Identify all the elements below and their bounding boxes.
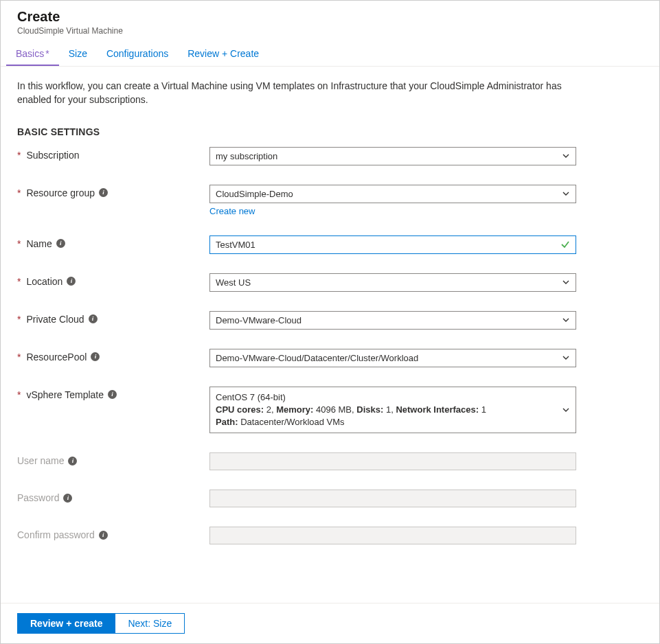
tab-label: Basics (16, 48, 44, 59)
resource-pool-label: * ResourcePool (17, 349, 209, 363)
name-input[interactable]: TestVM01 (209, 235, 576, 254)
resource-group-label: * Resource group (17, 185, 209, 198)
resource-group-select[interactable]: CloudSimple-Demo (209, 185, 576, 203)
tab-review-create[interactable]: Review + Create (178, 41, 269, 66)
chevron-down-icon (562, 278, 570, 286)
info-icon[interactable] (63, 494, 72, 503)
info-icon[interactable] (99, 531, 108, 540)
select-value: West US (216, 277, 251, 288)
tabs: Basics* Size Configurations Review + Cre… (1, 41, 659, 67)
info-icon[interactable] (89, 314, 98, 323)
check-icon (560, 240, 570, 249)
select-value: Demo-VMware-Cloud (216, 315, 301, 325)
required-mark: * (17, 187, 21, 198)
tab-configurations[interactable]: Configurations (97, 41, 178, 66)
page-header: Create CloudSimple Virtual Machine (1, 1, 659, 41)
info-icon[interactable] (108, 390, 117, 399)
required-mark: * (45, 48, 49, 59)
location-select[interactable]: West US (209, 273, 576, 292)
required-mark: * (17, 389, 21, 400)
field-subscription: * Subscription my subscription (17, 147, 643, 165)
content-area: In this workflow, you can create a Virtu… (1, 67, 659, 603)
select-value: my subscription (216, 151, 277, 161)
confirm-password-label: Confirm password (17, 527, 209, 540)
section-heading: BASIC SETTINGS (17, 126, 643, 137)
field-resource-group: * Resource group CloudSimple-Demo Create… (17, 185, 643, 216)
input-value: TestVM01 (216, 240, 255, 250)
chevron-down-icon (562, 406, 570, 414)
field-username: User name (17, 452, 643, 470)
select-value: CloudSimple-Demo (216, 189, 293, 199)
chevron-down-icon (562, 152, 570, 160)
info-icon[interactable] (56, 239, 65, 248)
username-label: User name (17, 452, 209, 466)
field-vsphere-template: * vSphere Template CentOS 7 (64-bit) CPU… (17, 387, 643, 434)
required-mark: * (17, 238, 21, 249)
template-specs: CPU cores: 2, Memory: 4096 MB, Disks: 1,… (216, 404, 555, 416)
page-title: Create (17, 9, 643, 25)
chevron-down-icon (562, 354, 570, 362)
confirm-password-input (209, 527, 576, 544)
intro-text: In this workflow, you can create a Virtu… (17, 79, 580, 107)
private-cloud-label: * Private Cloud (17, 311, 209, 325)
password-label: Password (17, 490, 209, 503)
required-mark: * (17, 352, 21, 363)
vsphere-template-label: * vSphere Template (17, 387, 209, 400)
subscription-label: * Subscription (17, 147, 209, 161)
field-resource-pool: * ResourcePool Demo-VMware-Cloud/Datacen… (17, 349, 643, 367)
required-mark: * (17, 150, 21, 161)
tab-basics[interactable]: Basics* (6, 41, 59, 66)
template-name: CentOS 7 (64-bit) (216, 391, 555, 404)
resource-pool-select[interactable]: Demo-VMware-Cloud/Datacenter/Cluster/Wor… (209, 349, 576, 367)
subscription-select[interactable]: my subscription (209, 147, 576, 165)
info-icon[interactable] (91, 352, 100, 361)
info-icon[interactable] (99, 188, 108, 197)
create-new-link[interactable]: Create new (209, 206, 255, 216)
footer: Review + create Next: Size (1, 603, 659, 643)
tab-size[interactable]: Size (59, 41, 97, 66)
vsphere-template-select[interactable]: CentOS 7 (64-bit) CPU cores: 2, Memory: … (209, 387, 576, 434)
chevron-down-icon (562, 316, 570, 324)
required-mark: * (17, 314, 21, 325)
password-input (209, 490, 576, 507)
info-icon[interactable] (68, 457, 77, 465)
next-size-button[interactable]: Next: Size (115, 613, 185, 634)
review-create-button[interactable]: Review + create (17, 613, 115, 634)
private-cloud-select[interactable]: Demo-VMware-Cloud (209, 311, 576, 330)
field-confirm-password: Confirm password (17, 527, 643, 544)
field-password: Password (17, 490, 643, 507)
username-input (209, 452, 576, 470)
field-location: * Location West US (17, 273, 643, 292)
name-label: * Name (17, 235, 209, 249)
field-private-cloud: * Private Cloud Demo-VMware-Cloud (17, 311, 643, 330)
field-name: * Name TestVM01 (17, 235, 643, 254)
required-mark: * (17, 276, 21, 287)
select-value: Demo-VMware-Cloud/Datacenter/Cluster/Wor… (216, 353, 418, 363)
info-icon[interactable] (67, 277, 76, 286)
location-label: * Location (17, 273, 209, 287)
template-path: Path: Datacenter/Workload VMs (216, 416, 555, 428)
page-subtitle: CloudSimple Virtual Machine (17, 26, 643, 36)
chevron-down-icon (562, 189, 570, 198)
